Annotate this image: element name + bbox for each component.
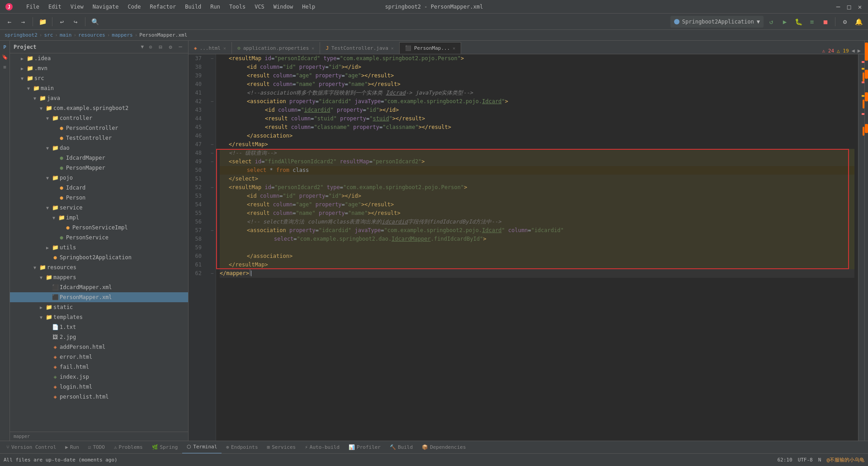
stop-button[interactable]: ■ [820,16,831,28]
menu-tools[interactable]: Tools [226,3,249,11]
tab-close-prop[interactable]: ✕ [311,46,314,51]
code-content[interactable]: <resultMap id="personIdcard" type="com.e… [216,54,858,441]
tab-properties[interactable]: ⚙ application.properties ✕ [232,42,320,54]
run-configuration[interactable]: Springboot2Application ▼ [670,16,764,28]
menu-run[interactable]: Run [207,3,224,11]
minimize-button[interactable]: ─ [835,3,842,10]
tree-item-mappers[interactable]: ▼ 📁 mappers [10,272,188,282]
tree-item-service[interactable]: ▼ 📁 service [10,203,188,213]
tree-item-fail[interactable]: ▶ ◈ fail.html [10,362,188,372]
back-button[interactable]: ← [4,16,15,28]
bottom-tab-terminal[interactable]: ⬡ Terminal [182,441,222,454]
tree-item-main[interactable]: ▼ 📁 main [10,83,188,93]
tree-item-idea[interactable]: ▶ 📁 .idea [10,53,188,63]
menu-code[interactable]: Code [124,3,145,11]
tree-item-personlist[interactable]: ▶ ◈ personlist.html [10,392,188,402]
close-button[interactable]: ✕ [856,3,863,10]
tab-close-html[interactable]: ✕ [223,46,226,51]
tree-item-mvn[interactable]: ▶ 📁 .mvn [10,63,188,73]
scroll-from-source-icon[interactable]: ⊙ [146,43,155,51]
tree-item-templates[interactable]: ▼ 📁 templates [10,312,188,322]
tree-item-pojo[interactable]: ▼ 📁 pojo [10,173,188,183]
debug-button[interactable]: 🐛 [793,16,804,28]
tree-item-src[interactable]: ▼ 📁 src [10,73,188,83]
bottom-tab-profiler[interactable]: 📊 Profiler [344,441,385,454]
bottom-tab-todo[interactable]: ☑ TODO [84,441,109,454]
menu-build[interactable]: Build [181,3,205,11]
tree-item-idcard[interactable]: ▶ ● Idcard [10,183,188,193]
tab-scroll-left[interactable]: ◀ [852,48,855,54]
structure-icon[interactable]: ≡ [0,62,9,71]
run-button[interactable]: ▶ [779,16,791,28]
tab-close-pm[interactable]: ✕ [453,46,455,51]
tree-item-static[interactable]: ▶ 📁 static [10,302,188,312]
project-icon[interactable]: 📁 [37,16,48,28]
editor-scrollbar[interactable] [858,54,864,441]
collapse-all-icon[interactable]: ⊟ [156,43,165,51]
bottom-tab-services[interactable]: ⊞ Services [263,441,301,454]
menu-help[interactable]: Help [298,3,319,11]
forward-button[interactable]: → [17,16,29,28]
tree-item-dao[interactable]: ▼ 📁 dao [10,143,188,153]
bottom-tab-autobuild[interactable]: ⚡ Auto-build [300,441,344,454]
menu-view[interactable]: View [67,3,87,11]
search-button[interactable]: 🔍 [89,16,101,28]
tree-item-app[interactable]: ▶ ● Springboot2Application [10,252,188,262]
coverage-button[interactable]: ≡ [806,16,818,28]
tree-item-1txt[interactable]: ▶ 📄 1.txt [10,322,188,332]
tree-item-java[interactable]: ▼ 📁 java [10,93,188,103]
bookmarks-icon[interactable]: 🔖 [0,52,9,62]
tree-item-person-controller[interactable]: ▶ ● PersonController [10,123,188,133]
notifications-button[interactable]: 🔔 [853,16,864,28]
tree-item-2jpg[interactable]: ▶ 🖼 2.jpg [10,332,188,342]
breadcrumb-project[interactable]: springboot2 [5,32,38,38]
menu-navigate[interactable]: Navigate [89,3,123,11]
menu-file[interactable]: File [23,3,43,11]
encoding-status[interactable]: UTF-8 [798,457,813,463]
menu-edit[interactable]: Edit [45,3,65,11]
redo-button[interactable]: ↪ [70,16,81,28]
tree-item-person-xml[interactable]: ▶ ⬛ PersonMapper.xml [10,292,188,302]
tab-scroll-right[interactable]: ▶ [858,48,861,54]
breadcrumb-resources[interactable]: resources [78,32,105,38]
code-editor[interactable]: 37 38 39 40 41 42 43 44 45 46 47 48 49 5… [189,54,864,441]
settings-button[interactable]: ⚙ [839,16,851,28]
bottom-tab-problems[interactable]: ⚠ Problems [109,441,147,454]
bottom-tab-version-control[interactable]: ⑂ Version Control [2,441,61,454]
bottom-tab-endpoints[interactable]: ⊕ Endpoints [222,441,262,454]
tree-item-idcard-xml[interactable]: ▶ ⬛ IdcardMapper.xml [10,282,188,292]
refresh-button[interactable]: ↺ [765,16,777,28]
tree-item-idcard-mapper[interactable]: ▶ ● IdcardMapper [10,153,188,163]
breadcrumb-file[interactable]: PersonMapper.xml [139,32,187,38]
tree-item-controller[interactable]: ▼ 📁 controller [10,113,188,123]
tree-item-login[interactable]: ▶ ◈ login.html [10,382,188,392]
bottom-tab-dependencies[interactable]: 📦 Dependencies [417,441,470,454]
tab-close-tc[interactable]: ✕ [391,46,394,51]
tree-item-test-controller[interactable]: ▶ ● TestController [10,133,188,143]
tree-item-person-mapper-java[interactable]: ▶ ● PersonMapper [10,163,188,173]
tree-item-ps[interactable]: ▶ ● PersonService [10,233,188,243]
minimize-panel-icon[interactable]: ─ [176,43,184,51]
tab-html[interactable]: ◈ ...html ✕ [189,42,232,54]
tree-item-error[interactable]: ▶ ◈ error.html [10,352,188,362]
tab-testcontroller[interactable]: J TestController.java ✕ [320,42,400,54]
tab-personmapper[interactable]: ⬛ PersonMap... ✕ [400,42,462,54]
bottom-tab-run[interactable]: ▶ Run [61,441,84,454]
breadcrumb-mappers[interactable]: mappers [112,32,132,38]
file-tree[interactable]: ▶ 📁 .idea ▶ 📁 .mvn ▼ 📁 src ▼ [10,53,188,432]
bottom-tab-spring[interactable]: 🌿 Spring [147,441,183,454]
panel-settings-icon[interactable]: ⚙ [166,43,175,51]
menu-refactor[interactable]: Refactor [146,3,179,11]
tree-item-index[interactable]: ▶ ◈ index.jsp [10,372,188,382]
menu-window[interactable]: Window [270,3,297,11]
bottom-tab-build[interactable]: 🔨 Build [385,441,417,454]
tree-item-impl[interactable]: ▼ 📁 impl [10,213,188,223]
tree-item-addperson[interactable]: ▶ ◈ addPerson.html [10,342,188,352]
tree-item-person[interactable]: ▶ ● Person [10,193,188,203]
tree-item-utils[interactable]: ▶ 📁 utils [10,243,188,252]
breadcrumb-main[interactable]: main [60,32,72,38]
project-panel-toggle[interactable]: P [0,43,9,52]
line-ending-status[interactable]: N [818,457,821,463]
tree-item-com[interactable]: ▼ 📁 com.example.springboot2 [10,103,188,113]
maximize-button[interactable]: □ [845,3,853,10]
